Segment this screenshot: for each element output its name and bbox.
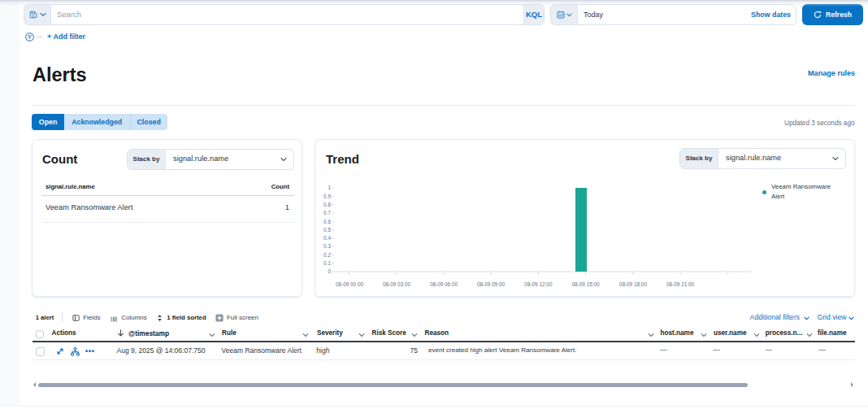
- svg-text:08-09 18:00: 08-09 18:00: [619, 281, 648, 287]
- svg-text:0.2: 0.2: [323, 252, 331, 258]
- svg-text:1: 1: [328, 185, 331, 190]
- svg-text:08-09 06:00: 08-09 06:00: [430, 281, 458, 287]
- svg-text:0.4: 0.4: [323, 235, 331, 241]
- svg-text:08-09 09:00: 08-09 09:00: [477, 281, 506, 287]
- svg-text:0: 0: [328, 268, 331, 274]
- svg-text:08-09 03:00: 08-09 03:00: [383, 281, 411, 287]
- svg-text:0.9: 0.9: [323, 194, 331, 199]
- svg-text:0.1: 0.1: [323, 260, 331, 266]
- svg-text:0.6: 0.6: [323, 219, 331, 224]
- svg-text:08-09 21:00: 08-09 21:00: [666, 281, 695, 287]
- svg-text:0.3: 0.3: [323, 243, 331, 249]
- svg-text:08-09 12:00: 08-09 12:00: [524, 281, 553, 287]
- svg-text:0.5: 0.5: [323, 227, 331, 233]
- svg-text:0.8: 0.8: [323, 202, 331, 207]
- svg-text:08-09 15:00: 08-09 15:00: [572, 281, 601, 287]
- svg-text:08-09 00:00: 08-09 00:00: [336, 281, 364, 287]
- svg-text:0.7: 0.7: [323, 210, 331, 216]
